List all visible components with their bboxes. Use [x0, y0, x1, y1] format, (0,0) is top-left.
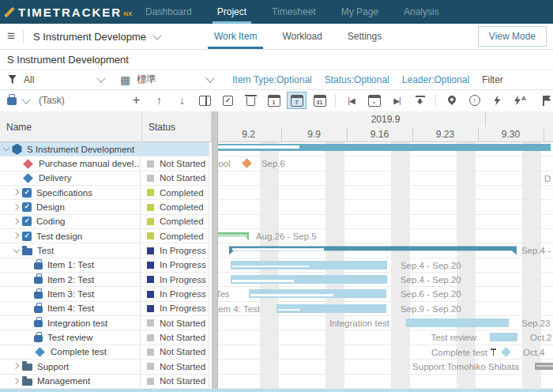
expand-icon[interactable]: [12, 202, 22, 213]
status-color-swatch: [147, 291, 154, 298]
work-item-row: DesignCompleted: [0, 200, 553, 214]
gantt-date-label: Aug.26 - Sep.5: [256, 229, 317, 243]
nav-analysis[interactable]: Analysis: [391, 0, 452, 24]
completed-summary-bar[interactable]: [216, 232, 249, 240]
nav-project[interactable]: Project: [205, 0, 259, 24]
filter-status[interactable]: Status:Optional: [325, 74, 389, 85]
move-up-icon[interactable]: ↑: [149, 92, 169, 109]
expand-icon[interactable]: [12, 217, 22, 227]
completed-summary-icon: [22, 202, 32, 212]
tree-row-name[interactable]: Item 1: Test: [0, 258, 141, 273]
column-splitter[interactable]: [212, 111, 218, 389]
task-bar[interactable]: [406, 318, 509, 327]
top-nav: TIMETRACKER NX Dashboard Project Timeshe…: [0, 0, 553, 24]
task-bar[interactable]: [249, 289, 386, 298]
summary-bar[interactable]: [535, 363, 553, 370]
expander-placeholder: [24, 333, 34, 343]
day-view-icon[interactable]: 1: [264, 92, 284, 109]
tree-row-name[interactable]: Design: [0, 200, 141, 214]
task-bar[interactable]: [231, 275, 387, 284]
milestone-diamond-icon[interactable]: [242, 158, 252, 168]
jump-to-start-icon[interactable]: |◀: [341, 92, 361, 109]
filter-item-type[interactable]: Item Type:Optional: [232, 74, 312, 85]
expand-icon[interactable]: [12, 187, 22, 198]
hamburger-menu-icon[interactable]: ≡: [7, 28, 15, 44]
gantt-date-label: Sep.4 - Sep.20: [401, 258, 461, 273]
tree-row-name[interactable]: Integration test: [0, 316, 141, 330]
task-icon: [34, 277, 43, 284]
tree-row-name[interactable]: Purchase manual devel…: [0, 156, 141, 171]
project-summary-bar[interactable]: [216, 144, 551, 151]
gantt-toolbar: (Task) + ↑ ↓ ✓ 1 7 31 |◀ ▪ ▶| ↑ A: [0, 89, 553, 112]
focus-circle-icon[interactable]: ↑: [465, 92, 484, 109]
work-item-row: Item 2: TestIn ProgressSep.4 - Sep.20: [0, 273, 553, 287]
flash-icon[interactable]: [487, 92, 507, 109]
status-label: In Progress: [160, 303, 206, 313]
expander-placeholder: [24, 274, 34, 285]
tree-row-name[interactable]: Test review: [0, 330, 141, 345]
view-mode-button[interactable]: View Mode: [478, 26, 547, 47]
tab-workload[interactable]: Workload: [269, 24, 334, 49]
tree-row-name[interactable]: Item 2: Test: [0, 273, 141, 287]
work-item-name: Delivery: [39, 173, 72, 183]
tree-row-name[interactable]: Specifications: [0, 186, 141, 200]
today-icon[interactable]: ▪: [364, 92, 384, 109]
flag-icon[interactable]: [533, 92, 553, 109]
brand-logo[interactable]: TIMETRACKER NX: [8, 6, 118, 19]
tree-row-name[interactable]: Test design: [0, 229, 141, 243]
milestone-diamond-icon[interactable]: [501, 347, 511, 357]
task-bar[interactable]: [231, 261, 387, 270]
collapse-icon[interactable]: [12, 246, 22, 256]
month-view-icon[interactable]: 31: [310, 92, 329, 109]
expand-icon[interactable]: [12, 231, 22, 241]
move-down-icon[interactable]: ↓: [172, 92, 192, 109]
complete-icon[interactable]: ✓: [218, 92, 238, 109]
status-cell: Completed: [141, 229, 209, 243]
project-selector[interactable]: S Instrument Developme: [33, 31, 187, 43]
tree-row-name[interactable]: Test: [0, 243, 141, 258]
delete-icon[interactable]: [241, 92, 261, 109]
task-bar[interactable]: [276, 304, 386, 313]
chevron-down-icon: [152, 31, 161, 40]
tree-row-name[interactable]: Item 3: Test: [0, 287, 141, 301]
tree-row-name[interactable]: Item 4: Test: [0, 302, 141, 316]
gantt-date-label: Sep.4 -: [521, 243, 551, 258]
detail-panel-icon[interactable]: [195, 92, 215, 109]
tree-row-name[interactable]: Coding: [0, 215, 141, 229]
scope-dropdown[interactable]: All: [24, 74, 111, 85]
work-item-name: Coding: [36, 217, 65, 226]
tree-row-name[interactable]: Delivery: [0, 172, 141, 186]
nav-my-page[interactable]: My Page: [329, 0, 391, 24]
filter-leader[interactable]: Leader:Optional: [402, 74, 469, 85]
separator: [23, 30, 24, 43]
expand-icon[interactable]: [12, 361, 22, 371]
gantt-row: [216, 186, 553, 200]
collapse-icon[interactable]: [2, 144, 12, 154]
week-view-icon[interactable]: 7: [287, 92, 307, 109]
filter-label[interactable]: Filter: [482, 74, 503, 85]
work-item-name: Test design: [36, 232, 82, 241]
tree-row-name[interactable]: Management: [0, 375, 141, 389]
jump-to-end-icon[interactable]: ▶|: [387, 92, 407, 109]
scroll-to-bar-icon[interactable]: [410, 92, 430, 109]
tab-settings[interactable]: Settings: [335, 24, 394, 49]
page-title: S Instrument Development: [7, 54, 129, 66]
horizontal-scrollbar[interactable]: [0, 389, 553, 392]
nav-dashboard[interactable]: Dashboard: [133, 0, 205, 24]
flash-auto-icon[interactable]: A: [510, 92, 530, 109]
status-color-swatch: [147, 319, 154, 326]
nav-timesheet[interactable]: Timesheet: [259, 0, 329, 24]
tab-work-item[interactable]: Work Item: [201, 24, 269, 49]
timetracker-app: TIMETRACKER NX Dashboard Project Timeshe…: [0, 0, 553, 392]
add-icon[interactable]: +: [126, 92, 146, 109]
task-bar[interactable]: [490, 333, 517, 341]
summary-bar[interactable]: [229, 246, 517, 254]
tree-row-name[interactable]: Complete test: [0, 345, 141, 360]
tree-row-name[interactable]: S Instrument Development: [0, 142, 141, 156]
work-item-name: S Instrument Development: [27, 145, 134, 154]
chevron-down-icon[interactable]: [21, 95, 30, 104]
view-dropdown[interactable]: 標準: [137, 73, 220, 86]
location-pin-icon[interactable]: [442, 92, 461, 109]
tree-row-name[interactable]: Support: [0, 360, 141, 374]
expand-icon[interactable]: [12, 376, 22, 386]
